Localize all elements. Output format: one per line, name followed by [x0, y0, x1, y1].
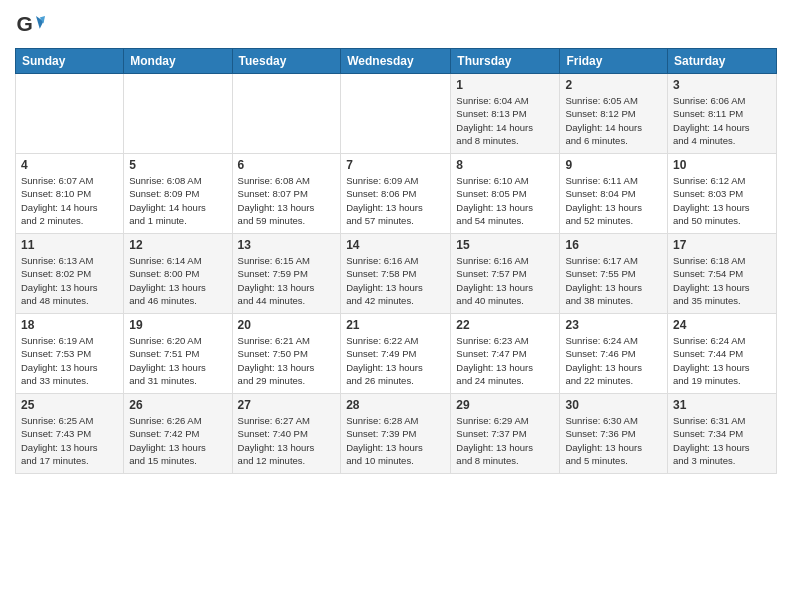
- calendar-cell: 14Sunrise: 6:16 AM Sunset: 7:58 PM Dayli…: [341, 234, 451, 314]
- day-number: 11: [21, 238, 118, 252]
- calendar-table: SundayMondayTuesdayWednesdayThursdayFrid…: [15, 48, 777, 474]
- calendar-cell: 17Sunrise: 6:18 AM Sunset: 7:54 PM Dayli…: [668, 234, 777, 314]
- day-info: Sunrise: 6:15 AM Sunset: 7:59 PM Dayligh…: [238, 255, 315, 306]
- day-info: Sunrise: 6:24 AM Sunset: 7:44 PM Dayligh…: [673, 335, 750, 386]
- svg-text:G: G: [17, 12, 33, 35]
- day-info: Sunrise: 6:23 AM Sunset: 7:47 PM Dayligh…: [456, 335, 533, 386]
- day-info: Sunrise: 6:06 AM Sunset: 8:11 PM Dayligh…: [673, 95, 750, 146]
- calendar-week-3: 11Sunrise: 6:13 AM Sunset: 8:02 PM Dayli…: [16, 234, 777, 314]
- day-number: 7: [346, 158, 445, 172]
- day-number: 4: [21, 158, 118, 172]
- day-number: 31: [673, 398, 771, 412]
- day-info: Sunrise: 6:13 AM Sunset: 8:02 PM Dayligh…: [21, 255, 98, 306]
- day-info: Sunrise: 6:17 AM Sunset: 7:55 PM Dayligh…: [565, 255, 642, 306]
- calendar-week-2: 4Sunrise: 6:07 AM Sunset: 8:10 PM Daylig…: [16, 154, 777, 234]
- calendar-cell: 6Sunrise: 6:08 AM Sunset: 8:07 PM Daylig…: [232, 154, 341, 234]
- day-number: 8: [456, 158, 554, 172]
- day-info: Sunrise: 6:12 AM Sunset: 8:03 PM Dayligh…: [673, 175, 750, 226]
- day-number: 9: [565, 158, 662, 172]
- day-info: Sunrise: 6:28 AM Sunset: 7:39 PM Dayligh…: [346, 415, 423, 466]
- calendar-week-4: 18Sunrise: 6:19 AM Sunset: 7:53 PM Dayli…: [16, 314, 777, 394]
- calendar-cell: 13Sunrise: 6:15 AM Sunset: 7:59 PM Dayli…: [232, 234, 341, 314]
- day-number: 16: [565, 238, 662, 252]
- calendar-cell: 4Sunrise: 6:07 AM Sunset: 8:10 PM Daylig…: [16, 154, 124, 234]
- day-number: 3: [673, 78, 771, 92]
- day-number: 2: [565, 78, 662, 92]
- day-number: 20: [238, 318, 336, 332]
- day-number: 24: [673, 318, 771, 332]
- day-number: 12: [129, 238, 226, 252]
- calendar-cell: 3Sunrise: 6:06 AM Sunset: 8:11 PM Daylig…: [668, 74, 777, 154]
- day-info: Sunrise: 6:21 AM Sunset: 7:50 PM Dayligh…: [238, 335, 315, 386]
- day-info: Sunrise: 6:25 AM Sunset: 7:43 PM Dayligh…: [21, 415, 98, 466]
- day-header-sunday: Sunday: [16, 49, 124, 74]
- day-number: 22: [456, 318, 554, 332]
- calendar-cell: [16, 74, 124, 154]
- calendar-cell: 8Sunrise: 6:10 AM Sunset: 8:05 PM Daylig…: [451, 154, 560, 234]
- calendar-cell: 9Sunrise: 6:11 AM Sunset: 8:04 PM Daylig…: [560, 154, 668, 234]
- day-info: Sunrise: 6:18 AM Sunset: 7:54 PM Dayligh…: [673, 255, 750, 306]
- calendar-cell: 24Sunrise: 6:24 AM Sunset: 7:44 PM Dayli…: [668, 314, 777, 394]
- day-header-wednesday: Wednesday: [341, 49, 451, 74]
- day-number: 25: [21, 398, 118, 412]
- day-info: Sunrise: 6:09 AM Sunset: 8:06 PM Dayligh…: [346, 175, 423, 226]
- day-number: 10: [673, 158, 771, 172]
- day-number: 19: [129, 318, 226, 332]
- day-info: Sunrise: 6:04 AM Sunset: 8:13 PM Dayligh…: [456, 95, 533, 146]
- day-info: Sunrise: 6:10 AM Sunset: 8:05 PM Dayligh…: [456, 175, 533, 226]
- day-info: Sunrise: 6:16 AM Sunset: 7:58 PM Dayligh…: [346, 255, 423, 306]
- calendar-cell: 31Sunrise: 6:31 AM Sunset: 7:34 PM Dayli…: [668, 394, 777, 474]
- calendar-cell: 22Sunrise: 6:23 AM Sunset: 7:47 PM Dayli…: [451, 314, 560, 394]
- calendar-body: 1Sunrise: 6:04 AM Sunset: 8:13 PM Daylig…: [16, 74, 777, 474]
- header: G: [15, 10, 777, 40]
- day-info: Sunrise: 6:07 AM Sunset: 8:10 PM Dayligh…: [21, 175, 98, 226]
- calendar-cell: 7Sunrise: 6:09 AM Sunset: 8:06 PM Daylig…: [341, 154, 451, 234]
- day-info: Sunrise: 6:26 AM Sunset: 7:42 PM Dayligh…: [129, 415, 206, 466]
- logo-icon: G: [15, 10, 45, 40]
- day-number: 28: [346, 398, 445, 412]
- day-number: 30: [565, 398, 662, 412]
- calendar-cell: 10Sunrise: 6:12 AM Sunset: 8:03 PM Dayli…: [668, 154, 777, 234]
- calendar-cell: 5Sunrise: 6:08 AM Sunset: 8:09 PM Daylig…: [124, 154, 232, 234]
- day-number: 5: [129, 158, 226, 172]
- day-header-tuesday: Tuesday: [232, 49, 341, 74]
- day-number: 15: [456, 238, 554, 252]
- calendar-cell: 28Sunrise: 6:28 AM Sunset: 7:39 PM Dayli…: [341, 394, 451, 474]
- calendar-cell: 21Sunrise: 6:22 AM Sunset: 7:49 PM Dayli…: [341, 314, 451, 394]
- day-number: 29: [456, 398, 554, 412]
- calendar-cell: 19Sunrise: 6:20 AM Sunset: 7:51 PM Dayli…: [124, 314, 232, 394]
- calendar-cell: 23Sunrise: 6:24 AM Sunset: 7:46 PM Dayli…: [560, 314, 668, 394]
- page: G SundayMondayTuesdayWednesdayThursdayFr…: [0, 0, 792, 612]
- day-number: 14: [346, 238, 445, 252]
- day-info: Sunrise: 6:31 AM Sunset: 7:34 PM Dayligh…: [673, 415, 750, 466]
- day-info: Sunrise: 6:22 AM Sunset: 7:49 PM Dayligh…: [346, 335, 423, 386]
- day-header-monday: Monday: [124, 49, 232, 74]
- day-info: Sunrise: 6:08 AM Sunset: 8:07 PM Dayligh…: [238, 175, 315, 226]
- day-info: Sunrise: 6:05 AM Sunset: 8:12 PM Dayligh…: [565, 95, 642, 146]
- calendar-cell: 30Sunrise: 6:30 AM Sunset: 7:36 PM Dayli…: [560, 394, 668, 474]
- calendar-cell: 11Sunrise: 6:13 AM Sunset: 8:02 PM Dayli…: [16, 234, 124, 314]
- header-row: SundayMondayTuesdayWednesdayThursdayFrid…: [16, 49, 777, 74]
- calendar-cell: 18Sunrise: 6:19 AM Sunset: 7:53 PM Dayli…: [16, 314, 124, 394]
- day-number: 26: [129, 398, 226, 412]
- day-header-saturday: Saturday: [668, 49, 777, 74]
- day-info: Sunrise: 6:14 AM Sunset: 8:00 PM Dayligh…: [129, 255, 206, 306]
- calendar-cell: 27Sunrise: 6:27 AM Sunset: 7:40 PM Dayli…: [232, 394, 341, 474]
- calendar-cell: 16Sunrise: 6:17 AM Sunset: 7:55 PM Dayli…: [560, 234, 668, 314]
- day-number: 6: [238, 158, 336, 172]
- calendar-cell: 29Sunrise: 6:29 AM Sunset: 7:37 PM Dayli…: [451, 394, 560, 474]
- day-info: Sunrise: 6:08 AM Sunset: 8:09 PM Dayligh…: [129, 175, 206, 226]
- calendar-cell: [124, 74, 232, 154]
- day-number: 13: [238, 238, 336, 252]
- calendar-cell: 2Sunrise: 6:05 AM Sunset: 8:12 PM Daylig…: [560, 74, 668, 154]
- day-info: Sunrise: 6:30 AM Sunset: 7:36 PM Dayligh…: [565, 415, 642, 466]
- logo: G: [15, 10, 49, 40]
- day-info: Sunrise: 6:27 AM Sunset: 7:40 PM Dayligh…: [238, 415, 315, 466]
- calendar-cell: 25Sunrise: 6:25 AM Sunset: 7:43 PM Dayli…: [16, 394, 124, 474]
- day-number: 23: [565, 318, 662, 332]
- day-header-thursday: Thursday: [451, 49, 560, 74]
- day-info: Sunrise: 6:24 AM Sunset: 7:46 PM Dayligh…: [565, 335, 642, 386]
- calendar-cell: 12Sunrise: 6:14 AM Sunset: 8:00 PM Dayli…: [124, 234, 232, 314]
- day-info: Sunrise: 6:29 AM Sunset: 7:37 PM Dayligh…: [456, 415, 533, 466]
- day-info: Sunrise: 6:20 AM Sunset: 7:51 PM Dayligh…: [129, 335, 206, 386]
